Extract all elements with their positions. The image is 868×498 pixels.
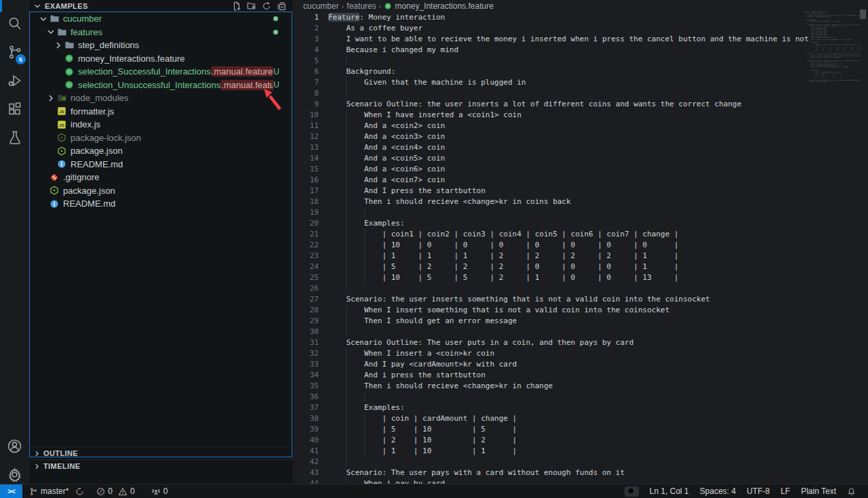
tree-item-node-modules[interactable]: node_modules [30, 91, 292, 105]
code-line[interactable]: 34 And i press the startbutton [293, 370, 868, 381]
ports-item[interactable]: 0 [148, 484, 172, 498]
chevron-right-icon[interactable] [53, 40, 64, 51]
problems-item[interactable]: 0 0 [93, 484, 138, 498]
tree-item-step-definitions[interactable]: step_definitions [30, 39, 292, 52]
code-line[interactable]: 18 Then i should recieve <change>kr in c… [293, 196, 868, 207]
code-line[interactable]: 1Feature: Money interaction [293, 12, 868, 23]
outline-section-header[interactable]: OUTLINE [29, 447, 293, 459]
indentation-setting[interactable]: Spaces: 4 [694, 486, 741, 496]
code-line[interactable]: 35 Then i should recieve <change>kr in c… [293, 381, 868, 392]
code-line[interactable]: 21 | coin1 | coin2 | coin3 | coin4 | coi… [293, 229, 868, 240]
breadcrumb-file[interactable]: money_Interactions.feature [384, 1, 493, 11]
code-line[interactable]: 40 | 2 | 10 | 2 | [293, 435, 868, 446]
collapse-all-icon[interactable] [277, 1, 286, 11]
code-line[interactable]: 22 | 10 | 0 | 0 | 0 | 0 | 0 | 0 | 0 | [293, 240, 868, 251]
source-control-icon[interactable]: 5 [0, 39, 29, 66]
code-line[interactable]: 37 Examples: [293, 402, 868, 413]
tree-item-readme-md[interactable]: README.md [30, 197, 292, 211]
code-line[interactable]: 25 | 10 | 5 | 5 | 2 | 1 | 0 | 0 | 13 | [293, 272, 868, 283]
eol-setting[interactable]: LF [775, 486, 795, 496]
code-text: Scenario: The user pays with a card with… [328, 468, 625, 478]
refresh-icon[interactable] [262, 1, 271, 11]
tree-item-features[interactable]: features [30, 26, 292, 39]
code-line[interactable]: 7 Given that the machine is plugged in [293, 77, 868, 88]
scrollbar-thumb[interactable] [860, 9, 866, 19]
tree-item-package-json[interactable]: package.json [30, 184, 292, 198]
code-line[interactable]: 28 When I insert something that is not a… [293, 305, 868, 316]
line-number: 11 [293, 121, 328, 131]
code-line[interactable]: 3 I want to be able to recieve the money… [293, 34, 868, 45]
code-line[interactable]: 16 And a <coin7> coin [293, 175, 868, 186]
code-line[interactable]: 36 [293, 392, 868, 402]
chevron-right-icon[interactable] [45, 93, 56, 104]
code-line[interactable]: 39 | 5 | 10 | 5 | [293, 424, 868, 435]
tree-item-cucumber[interactable]: cucumber [30, 12, 292, 26]
tree-item-money-interactions-feature[interactable]: money_Interactions.feature [30, 52, 292, 66]
code-line[interactable]: 23 | 1 | 1 | 1 | 2 | 2 | 2 | 2 | 1 | [293, 251, 868, 262]
code-line[interactable]: 38 | coin | cardAmount | change | [293, 413, 868, 424]
code-line[interactable]: 42 [293, 457, 868, 468]
code-line[interactable]: 32 When I insert a <coin>kr coin [293, 348, 868, 359]
code-line[interactable]: 13 And a <coin4> coin [293, 142, 868, 153]
minimap[interactable]: Feature: Money interaction As a coffee b… [804, 11, 861, 458]
code-line[interactable]: 10 When I have inserted a <coin1> coin [293, 110, 868, 121]
search-icon[interactable] [0, 10, 29, 37]
code-line[interactable]: 44 When i pay by card [293, 478, 868, 484]
tree-item-readme-md[interactable]: README.md [30, 158, 292, 171]
testing-icon[interactable] [0, 124, 29, 151]
tree-item-formatter-js[interactable]: JSformatter.js [30, 105, 292, 119]
code-line[interactable]: 15 And a <coin6> coin [293, 164, 868, 175]
indent-guide [346, 77, 347, 88]
extensions-icon[interactable] [0, 96, 29, 123]
chevron-down-icon[interactable] [38, 14, 49, 24]
tree-item--gitignore[interactable]: .gitignore [30, 171, 292, 184]
code-line[interactable]: 43 Scenario: The user pays with a card w… [293, 468, 868, 478]
code-line[interactable]: 30 [293, 327, 868, 337]
code-line[interactable]: 2 As a coffee buyer [293, 23, 868, 34]
breadcrumb-folder[interactable]: cucumber [303, 1, 339, 11]
code-line[interactable]: 33 And I pay <cardAmount>kr with card [293, 359, 868, 370]
folder-icon [64, 40, 75, 51]
remote-indicator[interactable]: >< [0, 484, 22, 498]
code-text: I want to be able to recieve the money i… [328, 34, 809, 45]
explorer-section-header[interactable]: EXAMPLES [29, 0, 293, 12]
git-branch-item[interactable]: master* [26, 484, 72, 498]
code-line[interactable]: 8 [293, 88, 868, 99]
code-line[interactable]: 26 [293, 283, 868, 294]
chevron-down-icon[interactable] [45, 26, 56, 37]
line-number: 36 [293, 392, 328, 402]
code-line[interactable]: 31 Scenario Outline: The user puts in a … [293, 337, 868, 348]
new-folder-icon[interactable] [247, 1, 256, 11]
run-debug-icon[interactable] [0, 67, 29, 94]
code-line[interactable]: 14 And a <coin5> coin [293, 153, 868, 164]
code-line[interactable]: 4 Because i changed my mind [293, 45, 868, 56]
cursor-position[interactable]: Ln 1, Col 1 [644, 486, 694, 496]
code-line[interactable]: 20 Examples: [293, 218, 868, 229]
accounts-icon[interactable] [0, 432, 29, 459]
code-line[interactable]: 24 | 5 | 2 | 2 | 2 | 0 | 0 | 0 | 1 | [293, 262, 868, 272]
screencast-zoom-button[interactable] [625, 486, 639, 497]
code-line[interactable]: 17 And I press the startbutton [293, 186, 868, 196]
code-line[interactable]: 11 And a <coin2> coin [293, 121, 868, 131]
code-line[interactable]: 6 Background: [293, 66, 868, 77]
tree-item-selection-unsuccessful-interactions[interactable]: selection_Unsuccessful_Interactions.manu… [30, 79, 292, 92]
code-line[interactable]: 41 | 1 | 10 | 1 | [293, 446, 868, 457]
language-mode[interactable]: Plain Text [795, 486, 842, 496]
code-line[interactable]: 19 [293, 207, 868, 218]
code-line[interactable]: 5 [293, 56, 868, 66]
tree-item-selection-successful-interactions[interactable]: selection_Successful_Interactions.manual… [30, 65, 292, 79]
code-line[interactable]: 29 Then I should get an error message [293, 316, 868, 327]
code-line[interactable]: 9 Scenario Outline: the user inserts a l… [293, 99, 868, 110]
tree-item-package-json[interactable]: package.json [30, 144, 292, 158]
code-line[interactable]: 12 And a <coin3> coin [293, 131, 868, 142]
tree-item-package-lock-json[interactable]: package-lock.json [30, 131, 292, 145]
sync-button[interactable] [72, 484, 87, 498]
new-file-icon[interactable] [232, 1, 241, 11]
code-line[interactable]: 27 Scenario: the user inserts something … [293, 294, 868, 305]
notifications-bell[interactable] [842, 487, 861, 496]
timeline-section-header[interactable]: TIMELINE [29, 459, 293, 472]
encoding-setting[interactable]: UTF-8 [741, 486, 775, 496]
tree-item-index-js[interactable]: JSindex.js [30, 118, 292, 131]
line-number: 17 [293, 186, 328, 196]
breadcrumb-folder[interactable]: features [347, 1, 376, 11]
